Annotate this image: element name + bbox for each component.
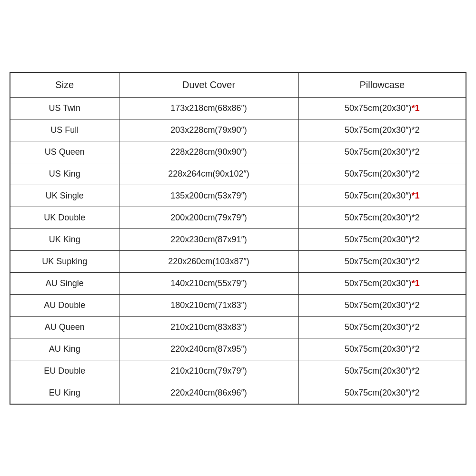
size-chart-container: Size Duvet Cover Pillowcase US Twin173x2… [10, 72, 466, 405]
table-row: AU Queen210x210cm(83x83″)50x75cm(20x30″)… [10, 316, 466, 338]
cell-size: AU Single [10, 272, 119, 294]
cell-duvet: 203x228cm(79x90″) [119, 119, 298, 141]
cell-pillowcase: 50x75cm(20x30″)*2 [298, 250, 466, 272]
table-header-row: Size Duvet Cover Pillowcase [10, 72, 466, 97]
header-size: Size [10, 72, 119, 97]
table-row: UK Single135x200cm(53x79″)50x75cm(20x30″… [10, 185, 466, 207]
cell-size: US Twin [10, 97, 119, 119]
cell-size: UK Supking [10, 250, 119, 272]
table-row: EU Double210x210cm(79x79″)50x75cm(20x30″… [10, 360, 466, 382]
cell-duvet: 220x260cm(103x87″) [119, 250, 298, 272]
cell-pillowcase: 50x75cm(20x30″)*1 [298, 97, 466, 119]
cell-size: EU Double [10, 360, 119, 382]
cell-duvet: 228x264cm(90x102″) [119, 163, 298, 185]
cell-size: EU King [10, 382, 119, 404]
pillowcase-highlight-text: *1 [412, 191, 420, 200]
table-row: US Twin173x218cm(68x86″)50x75cm(20x30″)*… [10, 97, 466, 119]
cell-pillowcase: 50x75cm(20x30″)*2 [298, 163, 466, 185]
cell-size: AU Double [10, 294, 119, 316]
cell-pillowcase: 50x75cm(20x30″)*2 [298, 338, 466, 360]
cell-pillowcase: 50x75cm(20x30″)*2 [298, 141, 466, 163]
table-row: US Full203x228cm(79x90″)50x75cm(20x30″)*… [10, 119, 466, 141]
cell-pillowcase: 50x75cm(20x30″)*2 [298, 382, 466, 404]
table-row: EU King220x240cm(86x96″)50x75cm(20x30″)*… [10, 382, 466, 404]
cell-pillowcase: 50x75cm(20x30″)*2 [298, 360, 466, 382]
cell-size: AU Queen [10, 316, 119, 338]
cell-duvet: 135x200cm(53x79″) [119, 185, 298, 207]
cell-pillowcase: 50x75cm(20x30″)*2 [298, 316, 466, 338]
cell-pillowcase: 50x75cm(20x30″)*1 [298, 185, 466, 207]
table-row: UK Supking220x260cm(103x87″)50x75cm(20x3… [10, 250, 466, 272]
pillowcase-highlight-text: *1 [412, 103, 420, 113]
cell-size: UK Single [10, 185, 119, 207]
pillowcase-base-text: 50x75cm(20x30″) [345, 278, 411, 288]
cell-duvet: 173x218cm(68x86″) [119, 97, 298, 119]
cell-size: UK Double [10, 207, 119, 228]
table-row: US Queen228x228cm(90x90″)50x75cm(20x30″)… [10, 141, 466, 163]
table-row: UK King220x230cm(87x91″)50x75cm(20x30″)*… [10, 228, 466, 250]
table-row: US King228x264cm(90x102″)50x75cm(20x30″)… [10, 163, 466, 185]
pillowcase-base-text: 50x75cm(20x30″) [345, 103, 411, 113]
cell-duvet: 210x210cm(83x83″) [119, 316, 298, 338]
cell-size: AU King [10, 338, 119, 360]
pillowcase-highlight-text: *1 [412, 278, 420, 288]
size-chart-table: Size Duvet Cover Pillowcase US Twin173x2… [10, 72, 466, 404]
cell-duvet: 220x230cm(87x91″) [119, 228, 298, 250]
cell-size: UK King [10, 228, 119, 250]
cell-duvet: 220x240cm(87x95″) [119, 338, 298, 360]
cell-pillowcase: 50x75cm(20x30″)*2 [298, 228, 466, 250]
table-row: AU Double180x210cm(71x83″)50x75cm(20x30″… [10, 294, 466, 316]
cell-pillowcase: 50x75cm(20x30″)*2 [298, 294, 466, 316]
cell-pillowcase: 50x75cm(20x30″)*1 [298, 272, 466, 294]
cell-size: US King [10, 163, 119, 185]
header-pillowcase: Pillowcase [298, 72, 466, 97]
cell-duvet: 140x210cm(55x79″) [119, 272, 298, 294]
cell-size: US Full [10, 119, 119, 141]
table-row: UK Double200x200cm(79x79″)50x75cm(20x30″… [10, 207, 466, 228]
header-duvet: Duvet Cover [119, 72, 298, 97]
cell-pillowcase: 50x75cm(20x30″)*2 [298, 207, 466, 228]
cell-duvet: 220x240cm(86x96″) [119, 382, 298, 404]
cell-duvet: 210x210cm(79x79″) [119, 360, 298, 382]
pillowcase-base-text: 50x75cm(20x30″) [345, 191, 411, 200]
cell-duvet: 200x200cm(79x79″) [119, 207, 298, 228]
cell-size: US Queen [10, 141, 119, 163]
table-row: AU King220x240cm(87x95″)50x75cm(20x30″)*… [10, 338, 466, 360]
table-row: AU Single140x210cm(55x79″)50x75cm(20x30″… [10, 272, 466, 294]
cell-duvet: 228x228cm(90x90″) [119, 141, 298, 163]
cell-duvet: 180x210cm(71x83″) [119, 294, 298, 316]
cell-pillowcase: 50x75cm(20x30″)*2 [298, 119, 466, 141]
